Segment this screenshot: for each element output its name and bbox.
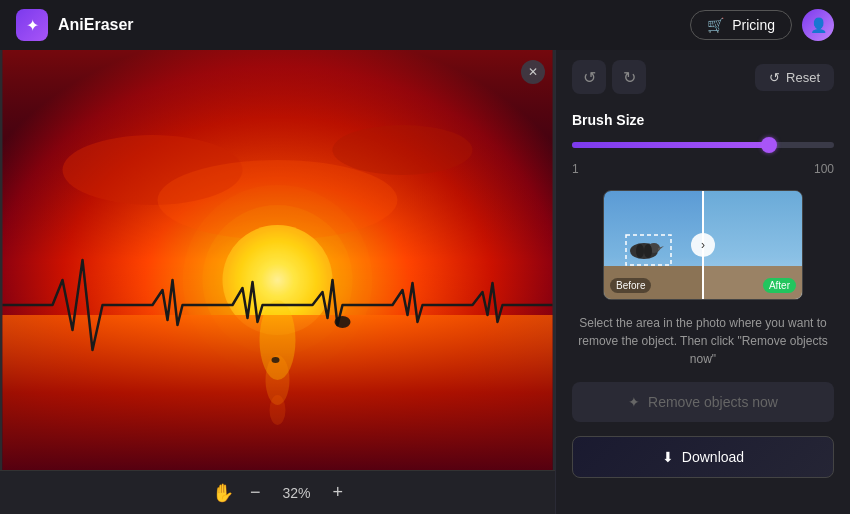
instruction-text: Select the area in the photo where you w… (572, 314, 834, 368)
before-after-container: › Before After (603, 190, 803, 300)
canvas-image (0, 50, 555, 470)
slider-min-label: 1 (572, 162, 579, 176)
zoom-out-button[interactable]: − (250, 482, 261, 503)
download-icon: ⬇ (662, 449, 674, 465)
before-after-preview: › Before After (572, 190, 834, 300)
canvas-container[interactable]: ✕ (0, 50, 555, 470)
panel-top-nav: ↺ ↻ ↺ Reset (556, 50, 850, 104)
svg-point-21 (644, 244, 652, 258)
nav-buttons: ↺ ↻ (572, 60, 646, 94)
download-label: Download (682, 449, 744, 465)
canvas-area: ✕ (0, 50, 555, 514)
header-right: 🛒 Pricing 👤 (690, 9, 834, 41)
hand-icon: ✋ (212, 482, 234, 504)
reset-label: Reset (786, 70, 820, 85)
slider-max-label: 100 (814, 162, 834, 176)
undo-icon: ↺ (583, 68, 596, 87)
redo-button[interactable]: ↻ (612, 60, 646, 94)
panel-content: Brush Size 1 100 (556, 104, 850, 514)
zoom-in-button[interactable]: + (333, 482, 344, 503)
close-icon: ✕ (528, 65, 538, 79)
zoom-level: 32% (277, 485, 317, 501)
download-button[interactable]: ⬇ Download (572, 436, 834, 478)
minus-icon: − (250, 482, 261, 503)
logo-symbol: ✦ (26, 16, 39, 35)
remove-icon: ✦ (628, 394, 640, 410)
undo-button[interactable]: ↺ (572, 60, 606, 94)
right-panel: ↺ ↻ ↺ Reset Brush Size (555, 50, 850, 514)
canvas-toolbar: ✋ − 32% + (0, 470, 555, 514)
brush-size-section: Brush Size 1 100 (572, 112, 834, 176)
brush-slider-track[interactable] (572, 142, 834, 148)
ba-arrow: › (691, 233, 715, 257)
cart-icon: 🛒 (707, 17, 724, 33)
remove-label: Remove objects now (648, 394, 778, 410)
reset-button[interactable]: ↺ Reset (755, 64, 834, 91)
header: ✦ AniEraser 🛒 Pricing 👤 (0, 0, 850, 50)
avatar[interactable]: 👤 (802, 9, 834, 41)
main-content: ✕ (0, 50, 850, 514)
svg-point-3 (333, 125, 473, 175)
plus-icon: + (333, 482, 344, 503)
app-name: AniEraser (58, 16, 134, 34)
redo-icon: ↻ (623, 68, 636, 87)
svg-point-14 (272, 357, 280, 363)
brush-size-label: Brush Size (572, 112, 834, 128)
svg-point-13 (335, 316, 351, 328)
pricing-button[interactable]: 🛒 Pricing (690, 10, 792, 40)
remove-objects-button[interactable]: ✦ Remove objects now (572, 382, 834, 422)
app-logo: ✦ (16, 9, 48, 41)
hand-tool-button[interactable]: ✋ (212, 482, 234, 504)
svg-point-20 (636, 244, 644, 258)
close-button[interactable]: ✕ (521, 60, 545, 84)
before-label: Before (610, 278, 651, 293)
svg-point-12 (270, 395, 286, 425)
after-label: After (763, 278, 796, 293)
avatar-icon: 👤 (810, 17, 827, 33)
reset-icon: ↺ (769, 70, 780, 85)
header-left: ✦ AniEraser (16, 9, 134, 41)
slider-labels: 1 100 (572, 162, 834, 176)
pricing-label: Pricing (732, 17, 775, 33)
